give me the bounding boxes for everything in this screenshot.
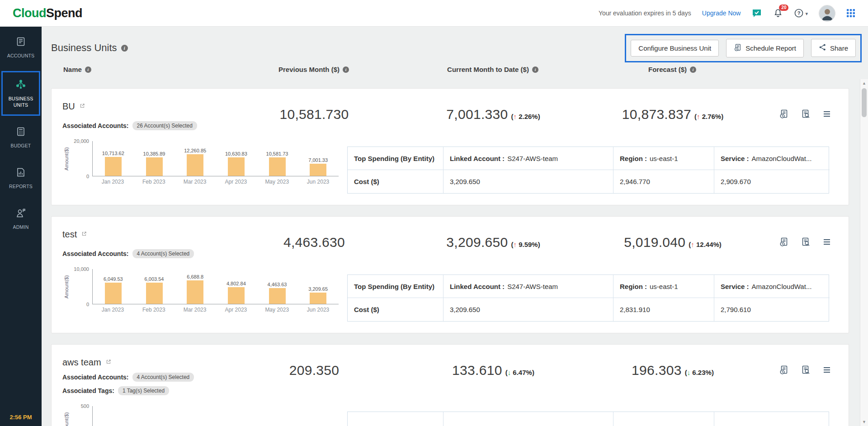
chart-ymax-tick: 10,000 <box>74 266 89 272</box>
name-info-icon[interactable] <box>85 66 91 73</box>
scheduled-report-icon[interactable] <box>779 237 789 247</box>
accounts-selected-badge[interactable]: 26 Account(s) Selected <box>132 121 197 130</box>
monthly-cost-bar-chart: Amount($) 20,000 0 10,713.6210,385.8912,… <box>62 141 339 185</box>
card-menu-icon[interactable] <box>822 365 831 374</box>
sidebar-item-accounts[interactable]: ACCOUNTS <box>1 30 40 65</box>
bar-month-label: May 2023 <box>256 307 297 313</box>
business-unit-name[interactable]: aws team <box>62 357 101 368</box>
chart-y0-tick: 0 <box>86 174 89 179</box>
bar[interactable] <box>269 288 286 304</box>
table-header-entity: Top Spending (By Entity) <box>348 147 443 170</box>
current-month-info-icon[interactable] <box>532 66 538 73</box>
previous-month-info-icon[interactable] <box>343 66 349 73</box>
business-unit-name[interactable]: BU <box>62 101 75 112</box>
schedule-report-button[interactable]: Schedule Report <box>726 39 804 57</box>
bar-slot: 4,463.63 <box>257 282 298 304</box>
table-cost-linked-account: 3,209.650 <box>443 170 613 193</box>
help-menu[interactable]: ? <box>794 8 808 18</box>
bar-month-label: Feb 2023 <box>133 307 175 313</box>
view-report-search-icon[interactable] <box>801 237 811 247</box>
view-report-search-icon[interactable] <box>801 365 811 375</box>
current-month-value: 133.610 <box>452 363 502 378</box>
evaluation-expiry-text: Your evaluation expires in 5 days <box>599 9 691 17</box>
table-header-region <box>613 412 714 426</box>
table-header-entity <box>348 412 443 426</box>
table-cost-service: 2,790.610 <box>714 298 830 321</box>
bar[interactable] <box>310 293 326 304</box>
current-month-change: (↑ 2.26%) <box>511 113 540 120</box>
apps-grid-icon[interactable] <box>846 9 855 18</box>
scheduled-report-icon[interactable] <box>779 365 789 375</box>
page-title-info-icon[interactable] <box>121 45 128 52</box>
bar[interactable] <box>187 280 203 304</box>
trend-up-icon: ↑ <box>691 241 694 248</box>
forecast-value-group: 196.303 (↓ 6.23%) <box>632 363 714 378</box>
card-menu-icon[interactable] <box>822 109 831 118</box>
bar[interactable] <box>105 157 122 176</box>
configure-business-unit-button[interactable]: Configure Business Unit <box>631 40 719 57</box>
accounts-selected-badge[interactable]: 4 Account(s) Selected <box>132 373 194 382</box>
bar[interactable] <box>105 283 122 304</box>
sidebar-item-budget[interactable]: BUDGET <box>1 120 40 155</box>
chart-plot-area: 6,049.536,003.546,688.84,802.844,463.633… <box>92 269 339 304</box>
share-button[interactable]: Share <box>811 39 856 57</box>
chart-ymax-tick: 20,000 <box>74 138 89 144</box>
bar[interactable] <box>228 157 245 176</box>
bar[interactable] <box>310 164 326 176</box>
bar-value-label: 10,385.89 <box>143 151 165 156</box>
table-header-region: Region :us-east-1 <box>613 275 714 298</box>
page-title: Business Units <box>51 42 117 54</box>
reports-icon <box>15 167 26 180</box>
trend-up-icon: ↑ <box>513 241 517 248</box>
monthly-cost-bar-chart: Amount($) 500 <box>62 406 339 426</box>
bar[interactable] <box>146 157 163 176</box>
open-business-unit-icon[interactable] <box>79 103 85 111</box>
bar-slot: 10,630.83 <box>216 151 257 176</box>
card-menu-icon[interactable] <box>822 237 831 246</box>
user-avatar[interactable] <box>819 5 835 22</box>
notifications-bell-icon[interactable]: 20 <box>773 8 783 18</box>
business-unit-card-aws-team: aws team Associated Accounts: 4 Account(… <box>51 344 849 426</box>
business-unit-card-test: test Associated Accounts: 4 Account(s) S… <box>51 216 849 333</box>
cloudspend-logo[interactable]: CloudSpend <box>13 6 82 20</box>
main-content: Business Units Configure Business Unit S… <box>42 27 868 426</box>
forecast-info-icon[interactable] <box>690 66 696 73</box>
bar[interactable] <box>187 154 203 176</box>
monthly-cost-bar-chart: Amount($) 10,000 0 6,049.536,003.546,688… <box>62 269 339 313</box>
current-month-change: (↓ 6.47%) <box>505 369 534 376</box>
vertical-scrollbar[interactable]: ▲ ▼ <box>860 79 868 426</box>
bar[interactable] <box>269 157 286 176</box>
open-business-unit-icon[interactable] <box>105 359 112 367</box>
bar-month-label: Jan 2023 <box>92 179 133 185</box>
scroll-down-arrow-icon[interactable]: ▼ <box>860 420 868 424</box>
tags-selected-badge[interactable]: 1 Tag(s) Selected <box>118 386 169 395</box>
feedback-chat-icon[interactable] <box>751 8 762 19</box>
bar-month-label: Jun 2023 <box>297 179 339 185</box>
table-header-service: Service :AmazonCloudWat... <box>714 147 830 170</box>
column-forecast: Forecast ($) <box>648 66 687 73</box>
sidebar-item-admin[interactable]: ADMIN <box>1 202 40 236</box>
chart-y-axis-label: Amount($) <box>62 141 71 176</box>
sidebar-item-label: ACCOUNTS <box>7 52 35 59</box>
business-unit-name[interactable]: test <box>62 229 77 240</box>
bar-slot: 10,581.73 <box>257 151 298 176</box>
chart-y0-tick: 0 <box>86 302 89 307</box>
bar-month-label: Mar 2023 <box>175 179 216 185</box>
associated-accounts-label: Associated Accounts: <box>62 122 129 129</box>
sidebar-item-reports[interactable]: REPORTS <box>1 161 40 195</box>
bar[interactable] <box>228 287 245 304</box>
view-report-search-icon[interactable] <box>801 109 811 119</box>
column-current-month: Current Month to Date ($) <box>447 66 529 73</box>
trend-up-icon: ↑ <box>697 113 700 120</box>
scheduled-report-icon[interactable] <box>779 109 789 119</box>
current-time[interactable]: 2:56 PM <box>0 414 42 421</box>
bar-value-label: 4,463.63 <box>268 282 287 287</box>
bar-month-label: Jun 2023 <box>297 307 339 313</box>
sidebar-item-business-units[interactable]: BUSINESS UNITS <box>1 71 40 115</box>
scrollbar-thumb[interactable] <box>862 88 867 117</box>
bar[interactable] <box>146 283 163 304</box>
upgrade-now-link[interactable]: Upgrade Now <box>702 9 741 17</box>
open-business-unit-icon[interactable] <box>81 231 87 239</box>
scroll-up-arrow-icon[interactable]: ▲ <box>860 81 868 85</box>
accounts-selected-badge[interactable]: 4 Account(s) Selected <box>132 249 194 258</box>
